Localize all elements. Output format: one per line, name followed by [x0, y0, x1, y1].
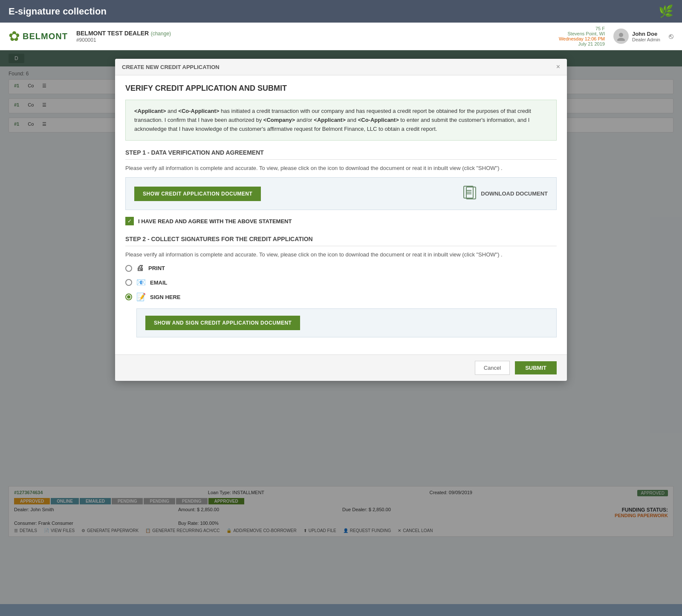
user-role: Dealer Admin: [632, 37, 660, 42]
sign-here-box: SHOW AND SIGN CREDIT APPLICATION DOCUMEN…: [136, 308, 557, 337]
belmont-icon: ✿: [9, 28, 20, 44]
sign-label: SIGN HERE: [150, 294, 181, 300]
logo-area: ✿ BELMONT: [9, 28, 68, 44]
dealer-name: BELMONT TEST DEALER: [76, 30, 149, 37]
show-doc-button[interactable]: SHOW CREDIT APPLICATION DOCUMENT: [134, 187, 261, 201]
svg-point-0: [619, 33, 623, 37]
modal-close-button[interactable]: ×: [556, 63, 560, 71]
dealer-name-row: BELMONT TEST DEALER (change): [76, 29, 171, 37]
modal-overlay: CREATE NEW CREDIT APPLICATION × VERIFY C…: [0, 50, 682, 604]
step2-instruction: Please verify all information is complet…: [125, 251, 557, 258]
show-sign-button[interactable]: SHOW AND SIGN CREDIT APPLICATION DOCUMEN…: [145, 316, 300, 330]
user-info: John Doe Dealer Admin: [613, 29, 660, 44]
location: Stevens Point, WI: [559, 31, 605, 36]
leaf-logo-icon: 🌿: [659, 4, 673, 18]
radio-options: 🖨 PRINT 📧 EMAIL 📝: [125, 264, 557, 302]
doc-action-box: SHOW CREDIT APPLICATION DOCUMENT: [125, 177, 557, 210]
email-label: EMAIL: [150, 279, 167, 286]
radio-print[interactable]: 🖨 PRINT: [125, 264, 557, 273]
agree-checkbox[interactable]: ✓: [125, 217, 134, 225]
logout-button[interactable]: ⎋: [669, 32, 673, 41]
modal-body: VERIFY CREDIT APPLICATION AND SUBMIT <Ap…: [115, 75, 567, 354]
dealer-change-link[interactable]: (change): [151, 31, 171, 37]
logo-text: BELMONT: [23, 32, 68, 41]
svg-rect-3: [466, 187, 476, 199]
step1-title: STEP 1 - DATA VERIFICATION AND AGREEMENT: [125, 149, 557, 160]
step2-title: STEP 2 - COLLECT SIGNATURES FOR THE CRED…: [125, 236, 557, 246]
modal-footer: Cancel SUBMIT: [115, 354, 567, 381]
modal-header-title: CREATE NEW CREDIT APPLICATION: [122, 64, 220, 70]
submit-button[interactable]: SUBMIT: [515, 361, 557, 374]
dealer-info: BELMONT TEST DEALER (change) #900001: [76, 29, 171, 43]
radio-sign[interactable]: 📝 SIGN HERE: [125, 292, 557, 302]
step1-section: STEP 1 - DATA VERIFICATION AND AGREEMENT…: [125, 149, 557, 225]
applicant-tag2: <Applicant>: [314, 117, 345, 123]
info-box: <Applicant> and <Co-Applicant> has initi…: [125, 100, 557, 141]
user-name: John Doe: [632, 31, 660, 37]
app-title: E-signature collection: [9, 6, 107, 17]
sign-icon: 📝: [136, 292, 146, 302]
radio-print-circle: [125, 265, 132, 272]
date2: July 21 2019: [559, 41, 605, 46]
svg-point-1: [617, 38, 625, 41]
email-icon: 📧: [136, 278, 146, 287]
step1-instruction: Please verify all information is complet…: [125, 165, 557, 171]
cancel-button[interactable]: Cancel: [475, 361, 510, 375]
co-applicant-tag: <Co-Applicant>: [178, 108, 219, 114]
header: ✿ BELMONT BELMONT TEST DEALER (change) #…: [0, 23, 682, 50]
co-applicant-tag2: <Co-Applicant>: [358, 117, 399, 123]
datetime: Wednesday 12:06 PM: [559, 36, 605, 41]
main-content: D Found: 6 #1 Co ☰ #1 Co ☰ #1 Co ☰: [0, 50, 682, 604]
modal-main-title: VERIFY CREDIT APPLICATION AND SUBMIT: [125, 84, 557, 93]
radio-email[interactable]: 📧 EMAIL: [125, 278, 557, 287]
download-doc-label: DOWNLOAD DOCUMENT: [481, 190, 548, 197]
agree-label: I HAVE READ AND AGREE WITH THE ABOVE STA…: [138, 218, 292, 225]
radio-sign-circle: [125, 294, 132, 300]
avatar: [613, 29, 629, 44]
header-right: 75 F Stevens Point, WI Wednesday 12:06 P…: [559, 26, 673, 46]
user-details: John Doe Dealer Admin: [632, 31, 660, 42]
print-label: PRINT: [148, 265, 165, 271]
modal-header: CREATE NEW CREDIT APPLICATION ×: [115, 59, 567, 75]
radio-email-circle: [125, 279, 132, 286]
dealer-number: #900001: [76, 37, 171, 43]
modal: CREATE NEW CREDIT APPLICATION × VERIFY C…: [115, 59, 567, 381]
agreement-row: ✓ I HAVE READ AND AGREE WITH THE ABOVE S…: [125, 217, 557, 225]
download-doc-button[interactable]: DOWNLOAD DOCUMENT: [462, 184, 548, 203]
company-tag: <Company>: [263, 117, 295, 123]
applicant-tag: <Applicant>: [134, 108, 166, 114]
temperature: 75 F: [559, 26, 605, 31]
step2-section: STEP 2 - COLLECT SIGNATURES FOR THE CRED…: [125, 236, 557, 337]
print-icon: 🖨: [136, 264, 144, 273]
download-icon: [462, 184, 477, 203]
top-bar: E-signature collection 🌿: [0, 0, 682, 23]
weather-info: 75 F Stevens Point, WI Wednesday 12:06 P…: [559, 26, 605, 46]
